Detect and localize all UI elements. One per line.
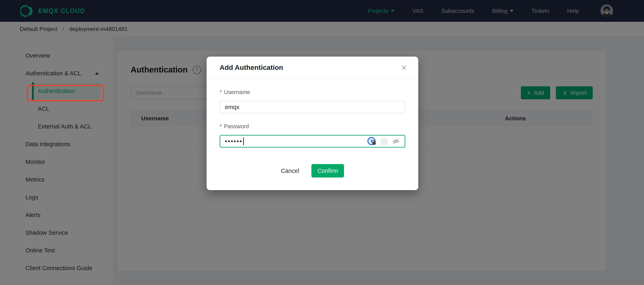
clear-icon[interactable] [380, 138, 388, 145]
text-cursor [243, 138, 244, 145]
username-input[interactable] [225, 104, 400, 110]
dialog-header: Add Authentication ✕ [206, 56, 418, 79]
dialog-title: Add Authentication [220, 64, 283, 72]
required-marker: * [220, 123, 222, 130]
close-icon[interactable]: ✕ [401, 64, 407, 71]
password-input[interactable]: •••••• [220, 135, 405, 148]
cancel-button[interactable]: Cancel [281, 168, 299, 174]
password-field-label: * Password [220, 123, 405, 130]
dialog-footer: Cancel Confirm [206, 164, 418, 178]
username-field-label: * Username [220, 88, 405, 96]
username-input-wrapper [220, 101, 405, 114]
password-manager-icon[interactable] [367, 136, 376, 146]
password-masked-value: •••••• [225, 138, 242, 144]
confirm-button[interactable]: Confirm [312, 164, 344, 178]
dialog-body: * Username * Password •••••• [206, 79, 418, 148]
eye-off-icon[interactable] [392, 137, 400, 145]
add-authentication-dialog: Add Authentication ✕ * Username * Passwo… [206, 56, 418, 190]
required-marker: * [220, 88, 222, 96]
